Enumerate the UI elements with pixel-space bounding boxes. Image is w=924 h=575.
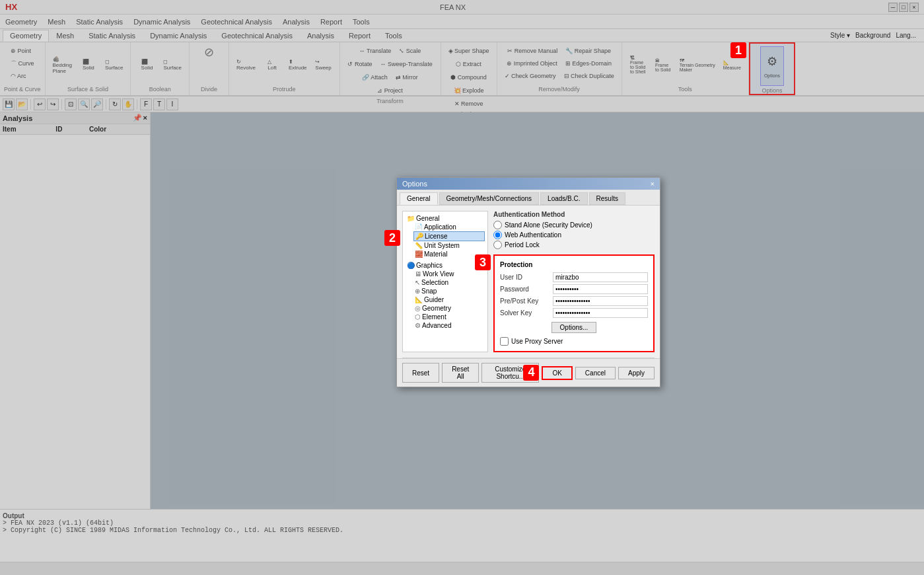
btn-cancel[interactable]: Cancel <box>575 367 616 379</box>
dialog-tabs: General Geometry/Mesh/Connections Loads/… <box>397 190 660 206</box>
ok-btn-container: 4 OK <box>542 366 572 380</box>
tree-item-snap[interactable]: ⊕ Snap <box>413 287 485 295</box>
radio-period-label: Period Lock <box>505 241 540 249</box>
tree-item-guider[interactable]: 📐 Guider <box>413 295 485 304</box>
tree-label-license: License <box>425 233 447 240</box>
dialog-tab-results[interactable]: Results <box>589 192 625 205</box>
tree-item-application[interactable]: 📄 Application <box>413 223 485 231</box>
tree-item-selection[interactable]: ↖ Selection <box>413 278 485 287</box>
proxy-row: Use Proxy Server <box>500 337 648 346</box>
field-user-id: User ID <box>500 272 648 282</box>
tree-item-license[interactable]: 🔑 License <box>413 231 485 241</box>
label-proxy: Use Proxy Server <box>511 338 563 345</box>
dialog-tab-loads[interactable]: Loads/B.C. <box>540 192 587 205</box>
dialog-tab-geometry[interactable]: Geometry/Mesh/Connections <box>439 192 540 205</box>
tree-label-advanced: Advanced <box>422 322 451 329</box>
tree-label-material: Material <box>424 250 448 258</box>
input-pre-post-key[interactable] <box>553 296 648 306</box>
radio-period[interactable]: Period Lock <box>493 241 655 249</box>
btn-apply[interactable]: Apply <box>618 367 655 379</box>
label-pre-post-key: Pre/Post Key <box>500 297 553 305</box>
tree-label-unit: Unit System <box>424 242 460 249</box>
label-solver-key: Solver Key <box>500 309 553 317</box>
tree-folder-graphics[interactable]: 🔵 Graphics <box>406 261 485 270</box>
tree-general-label: General <box>416 215 440 222</box>
tree-label-application: Application <box>424 223 456 231</box>
tree-icon-geometry: ◎ <box>415 305 421 312</box>
btn-options-small[interactable]: Options... <box>551 322 597 333</box>
tree-icon-license: 🔑 <box>415 233 423 240</box>
radio-web[interactable]: Web Authentication <box>493 231 655 239</box>
tree-icon-snap: ⊕ <box>415 288 420 295</box>
folder-icon-graphics: 🔵 <box>407 262 415 269</box>
tree-label-guider: Guider <box>424 296 444 303</box>
auth-section: Authentication Method Stand Alone (Secur… <box>493 211 655 249</box>
dialog-tab-general[interactable]: General <box>400 192 438 205</box>
annotation-3: 3 <box>475 254 491 270</box>
footer-left-buttons: Reset Reset All Customize Shortcu... <box>402 363 539 383</box>
tree-item-element[interactable]: ⬡ Element <box>413 313 485 321</box>
input-user-id[interactable] <box>553 272 648 282</box>
tree-label-geometry: Geometry <box>422 305 451 312</box>
auth-title: Authentication Method <box>493 211 655 218</box>
annotation-1: 1 <box>730 42 746 58</box>
radio-web-input[interactable] <box>493 231 502 239</box>
tree-label-selection: Selection <box>421 279 448 286</box>
modal-overlay: Options × General Geometry/Mesh/Connecti… <box>0 0 924 575</box>
tree-icon-unit: 📏 <box>415 242 423 249</box>
field-password: Password <box>500 284 648 294</box>
label-password: Password <box>500 286 553 293</box>
input-solver-key[interactable] <box>553 308 648 318</box>
tree-item-geometry[interactable]: ◎ Geometry <box>413 304 485 313</box>
options-btn-container: Options... <box>500 322 648 333</box>
tree-icon-element: ⬡ <box>415 313 421 321</box>
tree-item-advanced[interactable]: ⚙ Advanced <box>413 321 485 330</box>
dialog-main-content: Authentication Method Stand Alone (Secur… <box>493 211 655 352</box>
radio-period-input[interactable] <box>493 241 502 249</box>
tree-icon-work-view: 🖥 <box>415 270 421 278</box>
tree-icon-advanced: ⚙ <box>415 322 421 329</box>
input-password[interactable] <box>553 284 648 294</box>
tree-label-snap: Snap <box>421 288 437 295</box>
tree-icon-selection: ↖ <box>415 279 420 286</box>
btn-reset-all[interactable]: Reset All <box>442 363 479 383</box>
options-dialog: Options × General Geometry/Mesh/Connecti… <box>396 177 660 387</box>
dialog-footer: Reset Reset All Customize Shortcu... 4 O… <box>397 358 660 387</box>
btn-ok[interactable]: OK <box>542 366 572 380</box>
dialog-close-icon[interactable]: × <box>651 180 655 188</box>
radio-standalone-input[interactable] <box>493 221 502 229</box>
checkbox-proxy[interactable] <box>500 337 509 346</box>
tree-item-work-view[interactable]: 🖥 Work View <box>413 270 485 278</box>
protection-title: Protection <box>500 261 648 268</box>
label-user-id: User ID <box>500 274 553 281</box>
radio-standalone-label: Stand Alone (Security Device) <box>505 221 592 229</box>
tree-folder-general[interactable]: 📁 General <box>406 214 485 223</box>
tree-general-children: 📄 Application 🔑 License 📏 Unit System 🧱 … <box>406 223 485 258</box>
dialog-title: Options <box>402 180 427 188</box>
tree-graphics-children: 🖥 Work View ↖ Selection ⊕ Snap 📐 Guider <box>406 270 485 330</box>
tree-icon-material: 🧱 <box>415 250 423 258</box>
folder-icon-general: 📁 <box>407 215 415 222</box>
dialog-body: 2 📁 General 📄 Application 🔑 License <box>397 206 660 358</box>
annotation-2: 2 <box>384 230 400 246</box>
btn-reset[interactable]: Reset <box>402 363 439 383</box>
dialog-title-bar[interactable]: Options × <box>397 178 660 190</box>
annotation-4: 4 <box>523 365 539 381</box>
radio-standalone[interactable]: Stand Alone (Security Device) <box>493 221 655 229</box>
tree-item-unit-system[interactable]: 📏 Unit System <box>413 241 485 250</box>
tree-label-element: Element <box>422 313 446 321</box>
tree-item-material[interactable]: 🧱 Material <box>413 250 485 258</box>
dialog-tree: 2 📁 General 📄 Application 🔑 License <box>402 211 488 352</box>
tree-label-work-view: Work View <box>423 270 454 278</box>
tree-graphics-label: Graphics <box>416 262 443 269</box>
tree-icon-guider: 📐 <box>415 296 423 303</box>
tree-icon-application: 📄 <box>415 223 423 231</box>
radio-web-label: Web Authentication <box>505 231 561 239</box>
protection-box: 3 Protection User ID Password Pre/Post K… <box>493 254 655 352</box>
field-pre-post-key: Pre/Post Key <box>500 296 648 306</box>
field-solver-key: Solver Key <box>500 308 648 318</box>
